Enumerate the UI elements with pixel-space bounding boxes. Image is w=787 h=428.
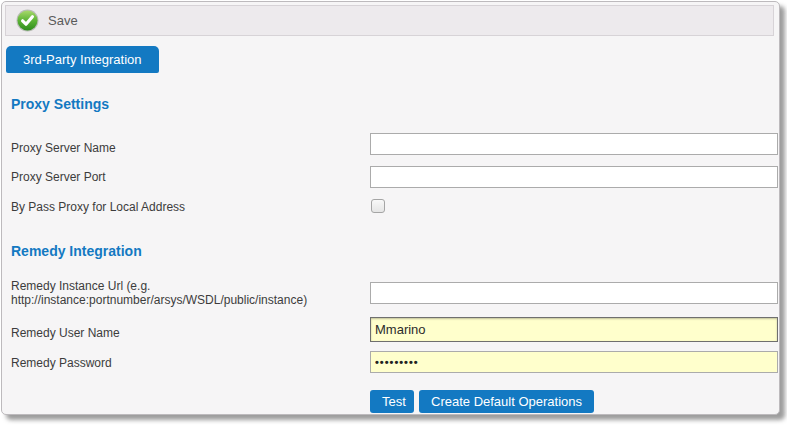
create-default-operations-button[interactable]: Create Default Operations (419, 390, 594, 413)
proxy-server-port-label: Proxy Server Port (11, 170, 106, 184)
save-label: Save (48, 13, 78, 28)
third-party-integration-page: Save 3rd-Party Integration Proxy Setting… (0, 0, 787, 428)
bypass-proxy-label: By Pass Proxy for Local Address (11, 200, 185, 214)
proxy-settings-heading: Proxy Settings (11, 96, 109, 112)
toolbar: Save (5, 5, 774, 36)
settings-panel: Save 3rd-Party Integration Proxy Setting… (1, 1, 780, 415)
proxy-server-name-input[interactable] (370, 133, 778, 155)
remedy-password-label: Remedy Password (11, 356, 112, 370)
remedy-user-name-input[interactable] (370, 317, 778, 342)
proxy-server-port-input[interactable] (370, 166, 778, 188)
save-check-icon (16, 9, 39, 32)
proxy-server-name-label: Proxy Server Name (11, 141, 116, 155)
bypass-proxy-checkbox[interactable] (371, 199, 385, 213)
remedy-instance-url-label: Remedy Instance Url (e.g. http://instanc… (11, 279, 367, 307)
test-button[interactable]: Test (370, 390, 414, 413)
remedy-instance-url-input[interactable] (370, 282, 778, 304)
tab-3rd-party-integration[interactable]: 3rd-Party Integration (6, 46, 159, 73)
remedy-password-input[interactable] (370, 351, 778, 373)
save-button[interactable]: Save (6, 6, 88, 35)
remedy-user-name-label: Remedy User Name (11, 326, 120, 340)
remedy-integration-heading: Remedy Integration (11, 243, 142, 259)
